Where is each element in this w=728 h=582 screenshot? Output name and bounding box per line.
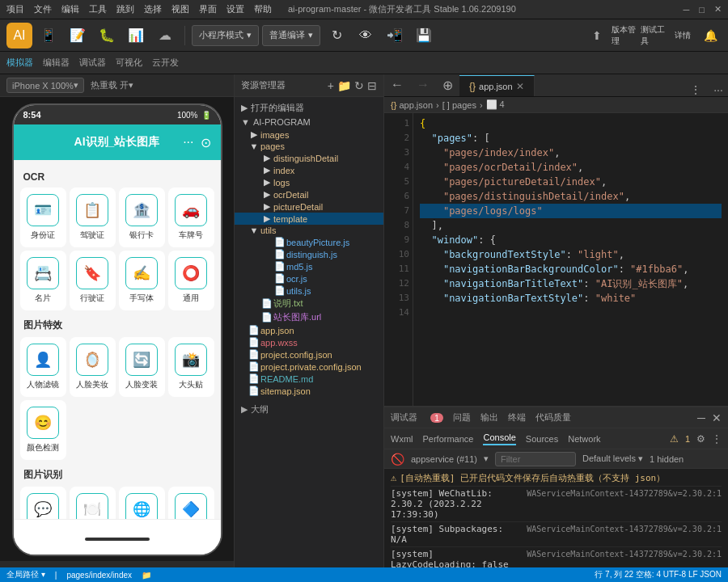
editor-btn[interactable]: 📝 — [65, 23, 91, 48]
debug-tab-output[interactable]: 输出 — [480, 411, 498, 424]
collapse-tree-icon[interactable]: ⊟ — [367, 79, 377, 92]
food-item[interactable]: 🍽️ 美食识别 — [70, 487, 116, 519]
tree-item-project-private[interactable]: 📄 project.private.config.json — [235, 361, 383, 373]
mode-dropdown[interactable]: 小程序模式 ▾ — [192, 25, 259, 46]
debug-tab-quality[interactable]: 代码质量 — [535, 411, 571, 424]
opened-editors-header[interactable]: ▶ 打开的编辑器 — [235, 100, 383, 116]
toolbar2-deploy[interactable]: 云开发 — [152, 57, 179, 69]
maximize-btn[interactable]: □ — [699, 5, 705, 15]
hotreload-label[interactable]: 热重载 开▾ — [91, 79, 133, 91]
menu-item-help[interactable]: 帮助 — [254, 3, 272, 15]
face-detect-item[interactable]: 😊 颜色检测 — [20, 400, 66, 460]
toolbar2-debugger[interactable]: 调试器 — [79, 57, 106, 69]
refresh-btn[interactable]: ↻ — [324, 23, 349, 48]
editor-tab-app-json[interactable]: {} app.json ✕ — [459, 75, 535, 96]
new-file-icon[interactable]: + — [328, 79, 334, 92]
tree-item-images[interactable]: ▶ images — [235, 129, 383, 141]
tree-item-gallery-url[interactable]: 📄 站长图库.url — [235, 310, 383, 324]
split-editor-icon[interactable]: ⋮ — [686, 83, 705, 96]
device-dropdown[interactable]: iPhone X 100% ▾ — [6, 78, 84, 93]
tree-item-project-config[interactable]: 📄 project.config.json — [235, 348, 383, 361]
code-area[interactable]: { "pages": [ "pages/index/index", "pages… — [413, 113, 728, 406]
toolbar2-simulator[interactable]: 模拟器 — [6, 57, 33, 69]
editor-back-btn[interactable]: ← — [384, 74, 410, 96]
menu-item-interface[interactable]: 界面 — [199, 3, 217, 15]
realdevice-btn[interactable]: 📲 — [382, 23, 408, 48]
configurable-btn[interactable]: 📊 — [123, 23, 149, 48]
menu-item-project[interactable]: 项目 — [6, 3, 24, 15]
object-item[interactable]: 🔷 物体识别 — [168, 487, 214, 519]
tree-item-distinguish[interactable]: 📄 distinguish.js — [235, 248, 383, 260]
handwriting-item[interactable]: ✍️ 手写体 — [119, 251, 165, 310]
tree-item-readme-txt[interactable]: 📄 说明.txt — [235, 297, 383, 310]
tree-item-beautyPicture[interactable]: 📄 beautyPicture.js — [235, 236, 383, 248]
toolbar2-editor[interactable]: 编辑器 — [43, 57, 70, 69]
general-item[interactable]: ⭕ 通用 — [168, 251, 214, 310]
tree-item-app-wxss[interactable]: 📄 app.wxss — [235, 336, 383, 348]
tree-item-pictureDetail[interactable]: ▶ pictureDetail — [235, 200, 383, 213]
debug-tab-problem[interactable]: 问题 — [453, 411, 471, 424]
version-btn[interactable]: 版本管理 — [612, 23, 637, 48]
default-levels-dropdown[interactable]: Default levels ▾ — [582, 453, 643, 464]
caption-item[interactable]: 💬 看图说话 — [20, 487, 66, 519]
menu-item-edit[interactable]: 编辑 — [61, 3, 79, 15]
outline-header[interactable]: ▶ 大纲 — [235, 400, 383, 419]
cloud-btn[interactable]: 💾 — [411, 23, 437, 48]
phone-home-icon[interactable]: ⊙ — [201, 135, 211, 150]
upload-btn[interactable]: ⬆ — [586, 24, 608, 47]
tree-item-logs[interactable]: ▶ logs — [235, 176, 383, 188]
logo-btn[interactable]: AI — [6, 23, 32, 48]
business-card-item[interactable]: 📇 名片 — [20, 251, 66, 310]
phone-menu-icon[interactable]: ··· — [183, 135, 193, 150]
bell-icon[interactable]: 🔔 — [699, 24, 722, 47]
tab-close-icon[interactable]: ✕ — [516, 81, 524, 92]
beauty-item[interactable]: 🪞 人脸美妆 — [70, 337, 116, 397]
tree-item-utils-js[interactable]: 📄 utils.js — [235, 285, 383, 297]
menu-item-view[interactable]: 视图 — [171, 3, 189, 15]
tree-item-template[interactable]: ▶ template — [235, 213, 383, 225]
debug-tab-terminal[interactable]: 终端 — [508, 411, 526, 424]
face-change-item[interactable]: 🔄 人脸变装 — [119, 337, 165, 397]
new-folder-icon[interactable]: 📁 — [337, 79, 351, 92]
menu-item-goto[interactable]: 跳到 — [116, 3, 134, 15]
debugger-btn[interactable]: 🐛 — [94, 23, 120, 48]
toolbar2-configurable[interactable]: 可视化 — [116, 57, 142, 69]
id-card-item[interactable]: 🪪 身份证 — [20, 188, 66, 247]
simulator-btn[interactable]: 📱 — [36, 23, 61, 48]
console-minimize-icon[interactable]: ─ — [697, 411, 705, 424]
subtab-wxml[interactable]: Wxml — [391, 434, 413, 444]
tree-item-ocr[interactable]: 📄 ocr.js — [235, 272, 383, 285]
minimize-btn[interactable]: ─ — [684, 5, 690, 15]
project-header[interactable]: ▼ AI-PROGRAM — [235, 116, 383, 129]
console-close-icon[interactable]: ✕ — [712, 411, 722, 424]
detail-btn[interactable]: 详情 — [670, 23, 696, 48]
test-btn[interactable]: 测试工具 — [641, 23, 667, 48]
close-btn[interactable]: ✕ — [714, 4, 722, 15]
vehicle-license-item[interactable]: 🔖 行驶证 — [70, 251, 116, 310]
refresh-tree-icon[interactable]: ↻ — [354, 79, 364, 92]
editor-forward-btn[interactable]: → — [410, 74, 436, 96]
console-filter-input[interactable] — [495, 452, 576, 466]
menu-item-tools[interactable]: 工具 — [89, 3, 107, 15]
tree-item-utils[interactable]: ▼ utils — [235, 225, 383, 236]
big-head-item[interactable]: 📸 大头贴 — [168, 337, 214, 397]
tree-item-distinguishDetail[interactable]: ▶ distinguishDetail — [235, 152, 383, 164]
compile-dropdown[interactable]: 普通编译 ▾ — [262, 25, 320, 46]
bank-card-item[interactable]: 🏦 银行卡 — [119, 188, 165, 247]
preview-btn[interactable]: 👁 — [353, 23, 379, 48]
editor-split-btn[interactable]: ⊕ — [436, 74, 459, 96]
license-plate-item[interactable]: 🚗 车牌号 — [168, 188, 214, 247]
tree-item-md5[interactable]: 📄 md5.js — [235, 260, 383, 272]
tree-item-pages[interactable]: ▼ pages — [235, 141, 383, 152]
tree-item-index[interactable]: ▶ index — [235, 164, 383, 176]
subtab-sources[interactable]: Sources — [526, 434, 558, 444]
console-settings-icon[interactable]: ⚙ — [696, 433, 705, 445]
tree-item-readme[interactable]: 📄 README.md — [235, 373, 383, 385]
menu-item-file[interactable]: 文件 — [34, 3, 52, 15]
filter-item[interactable]: 👤 人物滤镜 — [20, 337, 66, 397]
tree-item-ocrDetail[interactable]: ▶ ocrDetail — [235, 188, 383, 200]
statusbar-global-path[interactable]: 全局路径 ▾ — [6, 569, 45, 580]
console-clear-icon[interactable]: 🚫 — [391, 453, 404, 466]
subtab-performance[interactable]: Performance — [423, 434, 474, 444]
more-options-icon[interactable]: ··· — [709, 83, 728, 96]
